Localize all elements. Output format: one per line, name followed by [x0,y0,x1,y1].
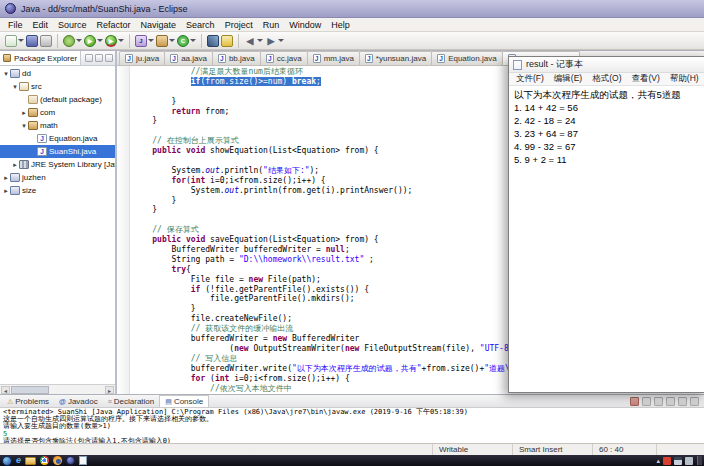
remove-launch-icon[interactable] [642,397,651,406]
editor-tab-bb-java[interactable]: Jbb.java [212,51,261,65]
notepad-menu-item-0[interactable]: 文件(F) [511,73,549,85]
notepad-menu-item-2[interactable]: 格式(O) [587,73,626,85]
remove-all-launches-icon[interactable] [654,397,663,406]
scroll-left-icon[interactable]: ◂ [1,386,10,394]
eclipse-taskbar-icon[interactable] [66,456,75,465]
print-button[interactable] [40,35,52,47]
collapse-all-icon[interactable] [85,54,93,62]
expanded-arrow-icon[interactable]: ▾ [20,122,28,130]
code-segment: (from.size()>=num) [200,77,292,86]
tree-item-jre-system-library-javas[interactable]: ▸JRE System Library [JavaS [0,158,115,171]
dropdown-arrow-icon[interactable] [189,35,196,47]
dropdown-arrow-icon[interactable] [96,35,103,47]
package-explorer-tab[interactable]: Package Explorer [0,51,81,65]
collapsed-arrow-icon[interactable]: ▸ [11,161,19,169]
notepad-menu-item-3[interactable]: 查看(V) [626,73,664,85]
dropdown-arrow-icon[interactable] [147,35,154,47]
security-tray-icon[interactable] [663,457,671,465]
scroll-lock-icon[interactable] [678,397,687,406]
console-output[interactable]: <terminated> SuanShi [Java Application] … [0,408,704,443]
menu-help[interactable]: Help [326,20,355,30]
collapsed-arrow-icon[interactable]: ▸ [2,174,10,182]
new-package-button[interactable] [156,35,175,47]
debug-button[interactable] [63,35,82,47]
menu-run[interactable]: Run [258,20,285,30]
clear-console-icon[interactable] [666,397,675,406]
menu-file[interactable]: File [3,20,28,30]
minimize-icon[interactable] [105,54,113,62]
notepad-menu-item-1[interactable]: 编辑(E) [549,73,587,85]
editor-tab-aa-java[interactable]: Jaa.java [164,51,213,65]
terminate-icon[interactable] [630,397,639,406]
tray-expand-tray-icon[interactable]: ▴ [656,456,660,465]
tree-item-default-package[interactable]: (default package) [0,93,115,106]
dropdown-arrow-icon[interactable] [75,35,82,47]
dropdown-arrow-icon[interactable] [277,35,284,47]
notepad-menu-item-4[interactable]: 帮助(H) [665,73,704,85]
editor-tab-equation-java[interactable]: JEquation.java [431,51,502,65]
save-button[interactable] [26,35,38,47]
notepad-content[interactable]: 以下为本次程序生成的试题，共有5道题1. 14 + 42 = 562. 42 -… [509,86,704,392]
show-desktop-button[interactable] [697,456,702,465]
pin-console-icon[interactable] [690,397,699,406]
console-tab-javadoc[interactable]: @Javadoc [54,395,103,407]
editor-tab-cc-java[interactable]: Jcc.java [260,51,308,65]
menu-project[interactable]: Project [220,20,258,30]
dropdown-arrow-icon[interactable] [17,35,24,47]
view-menu-icon[interactable] [95,54,103,62]
console-tab-problems[interactable]: ⚠Problems [2,395,54,407]
editor-tab-mm-java[interactable]: Jmm.java [307,51,360,65]
menu-source[interactable]: Source [53,20,92,30]
scroll-right-icon[interactable]: ▸ [105,386,114,394]
chrome-taskbar-icon[interactable] [40,456,49,465]
network-tray-icon[interactable] [674,457,682,465]
new-class-button[interactable]: C [177,35,196,47]
tree-item-size[interactable]: ▸size [0,184,115,197]
back-button[interactable]: ◀ [244,35,263,47]
run-button[interactable]: ▶ [84,35,103,47]
tree-item-equation-java[interactable]: JEquation.java [0,132,115,145]
collapsed-arrow-icon[interactable]: ▸ [2,187,10,195]
tree-item-src[interactable]: ▾src [0,80,115,93]
search-button[interactable] [207,35,219,47]
editor-gutter[interactable] [117,66,130,394]
menu-edit[interactable]: Edit [28,20,54,30]
explorer-horizontal-scrollbar[interactable]: ◂ ▸ [0,384,115,394]
project-tree: ▾dd▾src(default package)▸com▾mathJEquati… [0,66,115,384]
tree-item-suanshi-java[interactable]: JSuanShi.java [0,145,115,158]
tree-item-juzhen[interactable]: ▸juzhen [0,171,115,184]
console-tab-declaration[interactable]: ≡Declaration [103,395,160,407]
tree-item-math[interactable]: ▾math [0,119,115,132]
menu-navigate[interactable]: Navigate [136,20,182,30]
collapsed-arrow-icon[interactable]: ▸ [20,109,28,117]
dropdown-arrow-icon[interactable] [168,35,175,47]
notepad-taskbar-icon[interactable] [79,456,87,465]
expanded-arrow-icon[interactable]: ▾ [11,83,19,91]
run-external-button[interactable]: ▶ [105,35,124,47]
dropdown-arrow-icon[interactable] [256,35,263,47]
volume-tray-icon[interactable] [685,457,693,465]
menu-refactor[interactable]: Refactor [92,20,136,30]
folder-taskbar-icon[interactable] [25,457,36,465]
menu-search[interactable]: Search [181,20,220,30]
expanded-arrow-icon[interactable]: ▾ [2,70,10,78]
forward-button[interactable]: ▶ [265,35,284,47]
editor-tab-yunsuan-java[interactable]: J*yunsuan.java [359,51,432,65]
tree-item-com[interactable]: ▸com [0,106,115,119]
last-edit-location-button[interactable] [221,35,233,47]
ie-taskbar-icon[interactable]: e [16,456,21,465]
titlebar[interactable]: Java - dd/src/math/SuanShi.java - Eclips… [0,0,704,18]
editor-tab-ju-java[interactable]: Jju.java [119,51,165,65]
console-tab-console[interactable]: ▤Console [159,395,209,407]
menu-window[interactable]: Window [284,20,326,30]
tree-item-dd[interactable]: ▾dd [0,67,115,80]
code-segment: .println(from.get(i).printAnswer()); [239,186,412,195]
new-java-project-button[interactable]: J [135,35,154,47]
new-wizard-button[interactable] [5,35,24,47]
firefox-taskbar-icon[interactable] [53,456,62,465]
scrollbar-thumb[interactable] [11,386,49,394]
notepad-line: 4. 99 - 32 = 67 [514,140,703,153]
notepad-titlebar[interactable]: result - 记事本 [509,57,704,73]
dropdown-arrow-icon[interactable] [117,35,124,47]
start-button[interactable] [2,456,12,466]
